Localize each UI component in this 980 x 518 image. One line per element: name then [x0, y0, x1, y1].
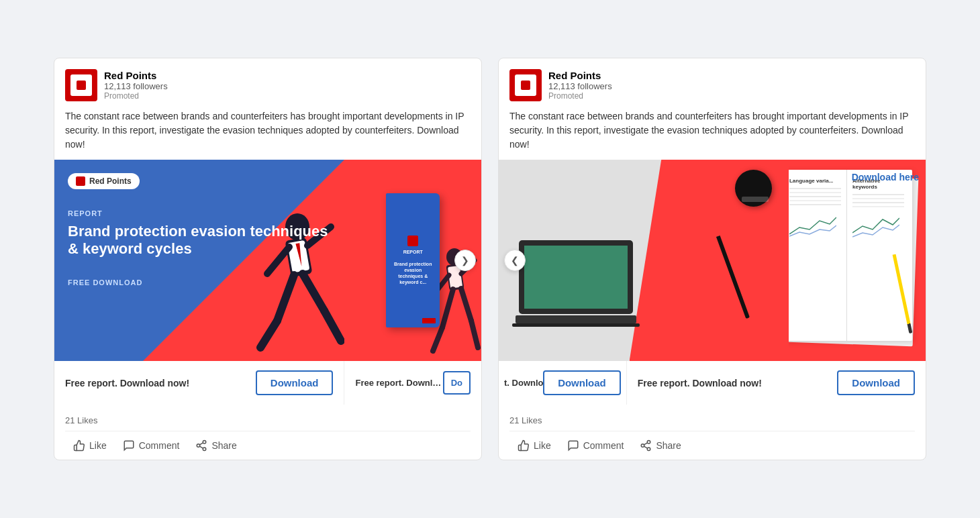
page-line — [852, 206, 904, 207]
book-cover-1: REPORTBrand protection evasion technique… — [386, 193, 440, 327]
download-button-2-partial[interactable]: Download — [543, 370, 621, 395]
share-icon-2 — [640, 439, 652, 452]
actions-row-1: Like Comment Share — [65, 431, 471, 460]
slide-free-1: FREE DOWNLOAD — [68, 278, 331, 287]
likes-1: 21 Likes — [65, 410, 471, 431]
svg-point-19 — [203, 441, 207, 444]
rp-badge-dot-1 — [76, 176, 85, 186]
cta-row-2: t. Download Download Free report. Downlo… — [499, 361, 926, 405]
carousel-next-1[interactable]: ❯ — [454, 250, 476, 271]
share-button-2[interactable]: Share — [632, 434, 689, 457]
page-heading-1: Language varia... — [789, 178, 841, 184]
svg-rect-27 — [512, 323, 640, 327]
page-line — [789, 204, 841, 205]
slide-1-1: Red Points REPORT Brand protection evasi… — [54, 160, 344, 361]
pages-stack: Language varia... — [789, 166, 919, 354]
page-line — [789, 200, 841, 201]
svg-line-23 — [200, 443, 203, 445]
followers-1: 12,113 followers — [104, 81, 168, 91]
cta-item-1-1: Free report. Download now! Download — [54, 361, 344, 405]
page-line — [789, 188, 841, 189]
svg-line-15 — [442, 289, 453, 327]
avatar-inner-1 — [70, 74, 92, 96]
svg-line-22 — [200, 446, 203, 448]
book-cover-dot — [407, 236, 418, 246]
report-label-1: REPORT — [68, 209, 331, 217]
card-1-header: Red Points 12,113 followers Promoted — [54, 58, 481, 109]
chevron-right-icon-1: ❯ — [461, 255, 469, 266]
svg-line-18 — [471, 321, 478, 348]
like-icon-1 — [73, 439, 85, 452]
share-button-1[interactable]: Share — [187, 434, 244, 457]
open-book-spread: Language varia... — [789, 170, 912, 341]
pencil-on-page — [893, 254, 913, 333]
svg-line-31 — [644, 446, 648, 448]
book-cover-wrapper: REPORTBrand protection evasion technique… — [386, 193, 440, 327]
avatar-2 — [509, 69, 542, 101]
coffee-cup-base — [742, 197, 769, 202]
download-here-label: Download here — [852, 172, 919, 183]
svg-rect-25 — [524, 246, 628, 309]
download-button-2-1[interactable]: Download — [837, 370, 915, 395]
comment-label-2: Comment — [583, 440, 624, 451]
carousel-track-2: Language varia... — [499, 160, 926, 361]
like-button-2[interactable]: Like — [509, 434, 559, 457]
cta-text-1-1: Free report. Download now! — [65, 378, 256, 389]
chart-svg-right — [852, 213, 899, 240]
carousel-track-1: Red Points REPORT Brand protection evasi… — [54, 160, 481, 361]
page-line — [789, 192, 841, 193]
svg-point-30 — [648, 448, 651, 451]
comment-button-2[interactable]: Comment — [559, 434, 632, 457]
laptop-slide-bg — [499, 160, 789, 361]
avatar-inner-2 — [515, 74, 536, 96]
comment-label-1: Comment — [139, 440, 180, 451]
like-button-1[interactable]: Like — [65, 434, 115, 457]
ad-card-1: Red Points 12,113 followers Promoted The… — [54, 58, 482, 460]
svg-line-16 — [433, 327, 442, 351]
cta-text-1-2: Free report. Download now! — [355, 378, 442, 388]
like-label-2: Like — [534, 440, 551, 451]
followers-2: 12,113 followers — [548, 81, 612, 91]
download-button-1-2[interactable]: Do — [443, 371, 471, 395]
ad-card-2: Red Points 12,113 followers Promoted The… — [498, 58, 926, 460]
like-label-1: Like — [89, 440, 107, 451]
company-name-2: Red Points — [548, 70, 612, 81]
promoted-1: Promoted — [104, 91, 168, 101]
avatar-dot-2 — [521, 81, 530, 90]
avatar-1 — [65, 69, 97, 101]
card-2-body: The constant race between brands and cou… — [499, 109, 926, 160]
page-line — [852, 198, 904, 199]
social-section-2: 21 Likes Like Comment — [499, 405, 926, 460]
book-left-page: Language varia... — [789, 170, 847, 341]
promoted-2: Promoted — [548, 91, 612, 101]
header-text-1: Red Points 12,113 followers Promoted — [104, 70, 168, 101]
avatar-dot-1 — [77, 81, 86, 90]
carousel-prev-2[interactable]: ❮ — [504, 250, 526, 271]
pages-slide-bg: Language varia... — [789, 160, 926, 361]
chart-svg-left — [789, 211, 836, 238]
svg-point-21 — [203, 448, 207, 451]
share-label-1: Share — [211, 440, 236, 451]
comment-icon-1 — [123, 439, 135, 452]
card-2-header: Red Points 12,113 followers Promoted — [499, 58, 926, 109]
book-cover-text: REPORTBrand protection evasion technique… — [391, 249, 434, 286]
comment-button-1[interactable]: Comment — [115, 434, 188, 457]
chevron-left-icon-2: ❮ — [511, 255, 519, 266]
social-section-1: 21 Likes Like Comment — [54, 405, 481, 460]
feed-container: Red Points 12,113 followers Promoted The… — [54, 58, 926, 460]
slide-2-1 — [499, 160, 789, 361]
cta-item-1-2: Free report. Download now! Do — [344, 361, 481, 405]
svg-line-32 — [644, 443, 648, 445]
comment-icon-2 — [567, 439, 579, 452]
cta-text-2-1: Free report. Download now! — [638, 378, 838, 389]
cta-item-2-1: Free report. Download now! Download — [627, 361, 926, 405]
svg-rect-26 — [516, 315, 636, 323]
svg-line-17 — [461, 289, 471, 321]
rp-badge-text-1: Red Points — [89, 176, 132, 186]
page-line — [789, 196, 841, 197]
svg-point-29 — [642, 444, 645, 448]
laptop-svg — [512, 240, 646, 348]
slide-blue-content: Red Points REPORT Brand protection evasi… — [54, 160, 344, 300]
download-button-1-1[interactable]: Download — [256, 370, 334, 395]
header-text-2: Red Points 12,113 followers Promoted — [548, 70, 612, 101]
